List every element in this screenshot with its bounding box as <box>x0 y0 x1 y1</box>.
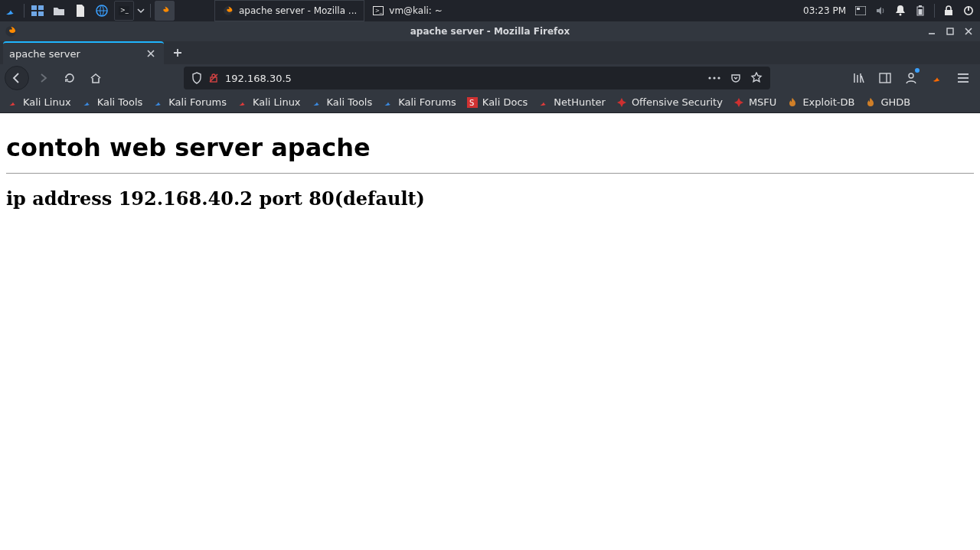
panel-separator <box>934 4 935 18</box>
insecure-site-icon[interactable] <box>208 73 219 83</box>
bookmark-label: Kali Linux <box>253 96 301 108</box>
kali-favicon-icon <box>237 97 248 108</box>
bookmark-label: Offensive Security <box>632 96 723 108</box>
library-icon[interactable] <box>850 67 868 89</box>
page-actions-icon[interactable] <box>707 76 721 80</box>
home-button[interactable] <box>84 67 107 89</box>
terminal-launcher[interactable]: >_ <box>114 0 146 21</box>
browser-tab[interactable]: apache server <box>3 41 164 64</box>
bookmark-item[interactable]: NetHunter <box>538 96 606 108</box>
url-bar[interactable]: 192.168.30.5 <box>184 67 770 89</box>
shield-icon[interactable] <box>191 72 202 84</box>
new-tab-button[interactable] <box>164 41 191 64</box>
page-subheading: ip address 192.168.40.2 port 80(default) <box>6 187 974 210</box>
svg-rect-0 <box>31 5 37 10</box>
svg-point-32 <box>915 68 920 73</box>
bookmark-item[interactable]: Kali Linux <box>237 96 301 108</box>
reload-button[interactable] <box>58 67 81 89</box>
bookmark-item[interactable]: Kali Forums <box>383 96 456 108</box>
bookmark-label: Exploit-DB <box>802 96 854 108</box>
bookmark-label: Kali Linux <box>23 96 71 108</box>
svg-text:>_: >_ <box>120 7 129 14</box>
svg-text:>_: >_ <box>375 8 383 14</box>
forward-button[interactable] <box>32 67 55 89</box>
url-text[interactable]: 192.168.30.5 <box>225 73 701 84</box>
bookmark-item[interactable]: Kali Linux <box>8 96 71 108</box>
clock[interactable]: 03:23 PM <box>800 5 849 16</box>
svg-rect-1 <box>38 5 44 10</box>
bookmark-star-icon[interactable] <box>750 72 763 84</box>
battery-icon[interactable] <box>912 0 929 21</box>
bookmark-item[interactable]: GHDB <box>865 96 910 108</box>
svg-text:S: S <box>469 99 474 107</box>
window-close-button[interactable] <box>962 24 975 38</box>
document-icon[interactable] <box>70 0 91 21</box>
power-icon[interactable] <box>960 0 977 21</box>
sidebar-toggle-icon[interactable] <box>876 67 894 89</box>
svg-rect-17 <box>919 9 923 15</box>
firefox-nav-toolbar: 192.168.30.5 <box>0 64 980 92</box>
volume-icon[interactable] <box>872 0 889 21</box>
svg-point-31 <box>909 73 913 78</box>
bookmark-item[interactable]: Offensive Security <box>616 96 723 108</box>
firefox-titlebar: apache server - Mozilla Firefox <box>0 21 980 41</box>
bookmark-item[interactable]: Kali Forums <box>153 96 227 108</box>
kali-extension-icon[interactable] <box>928 67 946 89</box>
back-button[interactable] <box>5 66 29 90</box>
kali-favicon-icon <box>8 97 18 108</box>
firefox-launcher[interactable] <box>155 0 175 21</box>
bookmark-item[interactable]: SKali Docs <box>467 96 528 108</box>
workspace-icon[interactable] <box>852 0 869 21</box>
svg-point-27 <box>713 76 715 79</box>
page-heading: contoh web server apache <box>6 133 974 162</box>
account-icon[interactable] <box>902 67 920 89</box>
tools-favicon-icon <box>153 97 164 108</box>
panel-separator <box>24 4 24 18</box>
lock-icon[interactable] <box>940 0 957 21</box>
terminal-icon: >_ <box>372 5 384 17</box>
panel-separator <box>150 4 151 18</box>
tab-title: apache server <box>9 48 144 60</box>
s-favicon-icon: S <box>467 97 478 108</box>
taskbar-terminal[interactable]: >_ vm@kali: ~ <box>364 0 449 21</box>
dark-favicon-icon <box>733 97 744 108</box>
svg-rect-16 <box>919 5 922 7</box>
horizontal-rule <box>6 173 974 174</box>
svg-rect-2 <box>31 11 37 16</box>
svg-point-26 <box>708 76 710 79</box>
pocket-icon[interactable] <box>730 73 741 83</box>
window-minimize-button[interactable] <box>925 24 939 38</box>
chevron-down-icon[interactable] <box>136 1 146 21</box>
flame-favicon-icon <box>787 97 798 108</box>
bookmark-label: Kali Tools <box>97 96 143 108</box>
notifications-icon[interactable] <box>892 0 909 21</box>
bookmark-label: GHDB <box>880 96 910 108</box>
kali-menu-icon[interactable] <box>0 0 21 21</box>
app-menu-button[interactable] <box>954 67 972 89</box>
taskbar-firefox[interactable]: apache server - Mozilla ... <box>214 0 364 21</box>
window-maximize-button[interactable] <box>943 24 957 38</box>
bookmark-label: Kali Tools <box>327 96 373 108</box>
bookmarks-toolbar: Kali LinuxKali ToolsKali ForumsKali Linu… <box>0 92 980 113</box>
show-desktop-icon[interactable] <box>27 0 48 21</box>
web-page-content: contoh web server apache ip address 192.… <box>0 113 980 216</box>
browser-globe-icon[interactable] <box>91 0 113 21</box>
svg-point-28 <box>717 76 720 79</box>
svg-rect-23 <box>947 28 953 34</box>
os-top-panel: >_ apache server - Mozilla ... >_ vm@kal… <box>0 0 980 21</box>
file-manager-icon[interactable] <box>48 0 70 21</box>
bookmark-item[interactable]: Kali Tools <box>312 96 373 108</box>
tools-favicon-icon <box>383 97 394 108</box>
flame-favicon-icon <box>865 97 876 108</box>
bookmark-item[interactable]: Exploit-DB <box>787 96 854 108</box>
bookmark-item[interactable]: MSFU <box>733 96 776 108</box>
panel-left: >_ apache server - Mozilla ... >_ vm@kal… <box>0 0 450 21</box>
bookmark-item[interactable]: Kali Tools <box>82 96 143 108</box>
bookmark-label: Kali Docs <box>482 96 528 108</box>
tools-favicon-icon <box>312 97 322 108</box>
dark-favicon-icon <box>616 97 627 108</box>
svg-rect-12 <box>855 6 866 15</box>
tab-close-button[interactable] <box>144 47 158 60</box>
tools-favicon-icon <box>82 97 93 108</box>
svg-rect-13 <box>857 8 860 10</box>
